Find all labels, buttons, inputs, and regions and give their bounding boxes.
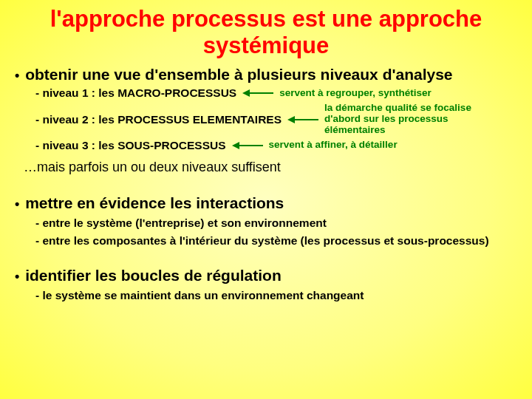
level-2-label: - niveau 2 : les PROCESSUS ELEMENTAIRES — [35, 113, 282, 126]
interactions-sub-1: - entre le système (l'entreprise) et son… — [9, 216, 523, 230]
level-row-3: - niveau 3 : les SOUS-PROCESSUS servent … — [9, 139, 523, 152]
interactions-sub-2: - entre les composantes à l'intérieur du… — [9, 234, 523, 248]
title-line-2: systémique — [203, 33, 330, 58]
slide-title: l'approche processus est une approche sy… — [9, 6, 523, 58]
svg-marker-3 — [287, 116, 295, 123]
arrow-left-icon — [232, 140, 263, 151]
arrow-left-icon — [287, 115, 318, 125]
bullet-dot-icon: • — [15, 68, 19, 83]
bullet-interactions: • mettre en évidence les interactions — [9, 194, 523, 212]
bullet-dot-icon: • — [15, 197, 19, 211]
svg-marker-1 — [242, 89, 250, 97]
bullet-dot-icon: • — [15, 269, 19, 284]
bullet-overview-text: obtenir une vue d'ensemble à plusieurs n… — [25, 66, 452, 83]
level-2-annotation: la démarche qualité se focalise d'abord … — [324, 103, 502, 136]
level-row-2: - niveau 2 : les PROCESSUS ELEMENTAIRES … — [9, 103, 523, 136]
level-1-annotation: servent à regrouper, synthétiser — [279, 88, 432, 99]
regulation-sub-1: - le système se maintient dans un enviro… — [9, 289, 523, 302]
level-row-1: - niveau 1 : les MACRO-PROCESSUS servent… — [9, 86, 523, 100]
level-1-label: - niveau 1 : les MACRO-PROCESSUS — [35, 86, 236, 100]
bullet-overview: • obtenir une vue d'ensemble à plusieurs… — [9, 66, 523, 83]
bullet-regulation-text: identifier les boucles de régulation — [25, 267, 282, 284]
bullet-interactions-text: mettre en évidence les interactions — [25, 194, 284, 211]
slide-content: l'approche processus est une approche sy… — [0, 0, 532, 316]
level-3-label: - niveau 3 : les SOUS-PROCESSUS — [35, 139, 226, 152]
arrow-left-icon — [242, 88, 273, 98]
svg-marker-5 — [232, 142, 239, 149]
overview-note: …mais parfois un ou deux niveaux suffise… — [9, 160, 523, 175]
title-line-1: l'approche processus est une approche — [50, 6, 482, 32]
level-3-annotation: servent à affiner, à détailler — [269, 140, 398, 151]
bullet-regulation: • identifier les boucles de régulation — [9, 267, 523, 284]
